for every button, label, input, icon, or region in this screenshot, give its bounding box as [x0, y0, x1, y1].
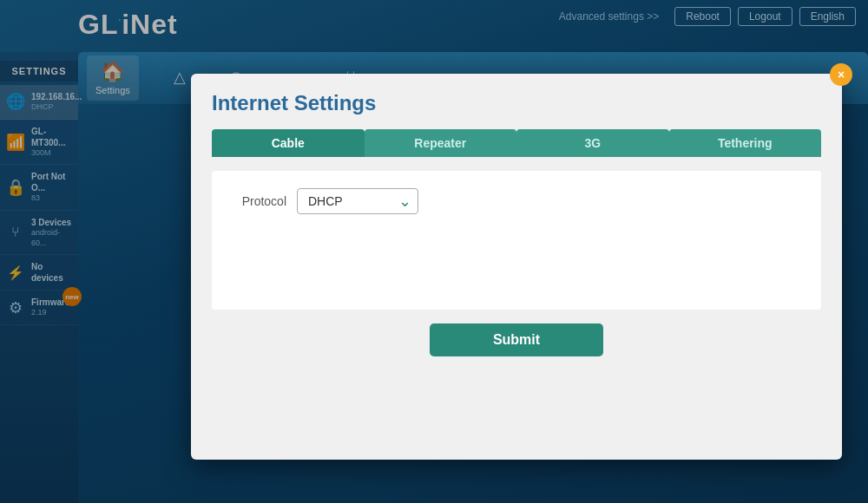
modal-title: Internet Settings [212, 91, 821, 115]
tab-tethering[interactable]: Tethering [669, 129, 822, 157]
protocol-select[interactable]: DHCP Static PPPoE [297, 188, 418, 214]
cable-form: Protocol DHCP Static PPPoE ⌄ [212, 171, 821, 310]
modal-tabs: Cable Repeater 3G Tethering [212, 129, 821, 157]
tab-repeater[interactable]: Repeater [365, 129, 517, 157]
tab-3g[interactable]: 3G [516, 129, 669, 157]
protocol-label: Protocol [226, 194, 286, 208]
internet-settings-modal: × Internet Settings Cable Repeater 3G Te… [191, 74, 842, 460]
modal-close-button[interactable]: × [830, 63, 852, 86]
protocol-row: Protocol DHCP Static PPPoE ⌄ [226, 188, 807, 214]
tab-cable[interactable]: Cable [212, 129, 365, 157]
submit-button[interactable]: Submit [430, 323, 603, 356]
protocol-select-wrap: DHCP Static PPPoE ⌄ [297, 188, 418, 214]
